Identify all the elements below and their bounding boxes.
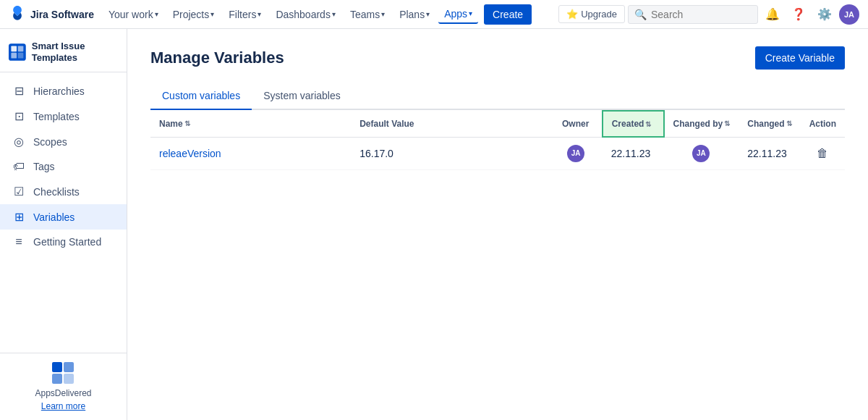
notifications-button[interactable]: 🔔	[761, 3, 784, 26]
variable-action-cell: 🗑	[801, 137, 845, 169]
table-row: releaeVersion 16.17.0 JA 22.11.23 JA	[150, 137, 845, 169]
jira-logo[interactable]: Jira Software	[9, 6, 94, 23]
nav-filters[interactable]: Filters ▾	[223, 6, 267, 23]
owner-avatar: JA	[567, 145, 584, 162]
templates-icon: ⊡	[12, 109, 26, 123]
sidebar-item-label: Variables	[33, 211, 75, 223]
sidebar-item-label: Tags	[33, 161, 55, 172]
svg-rect-7	[52, 374, 62, 384]
chevron-down-icon: ▾	[258, 10, 261, 18]
brand-name: Jira Software	[30, 9, 94, 20]
sidebar-nav: ⊟ Hierarchies ⊡ Templates ◎ Scopes 🏷 Tag…	[0, 72, 127, 353]
changedby-avatar: JA	[692, 145, 710, 162]
app-logo-icon	[9, 42, 26, 62]
page-title: Manage Variables	[150, 49, 284, 67]
jira-logo-icon	[9, 6, 26, 23]
chevron-down-icon: ▾	[332, 10, 336, 18]
sidebar-item-templates[interactable]: ⊡ Templates	[0, 104, 127, 129]
sidebar-footer: AppsDelivered Learn more	[0, 353, 127, 420]
search-bar[interactable]: 🔍	[628, 5, 758, 24]
variables-icon: ⊞	[12, 210, 26, 224]
sort-icon: ⇅	[645, 120, 651, 128]
svg-rect-5	[52, 362, 62, 372]
tab-system-variables[interactable]: System variables	[252, 84, 352, 110]
sort-icon: ⇅	[724, 119, 730, 127]
svg-rect-3	[11, 52, 17, 58]
table-header-row: Name ⇅ Default Value Owner Creat	[150, 111, 845, 137]
sidebar: Smart Issue Templates ⊟ Hierarchies ⊡ Te…	[0, 29, 127, 420]
scopes-icon: ◎	[12, 135, 26, 148]
nav-projects[interactable]: Projects ▾	[167, 6, 221, 23]
search-icon: 🔍	[634, 9, 647, 20]
bell-icon: 🔔	[765, 7, 780, 21]
apps-delivered-logo	[52, 362, 75, 385]
app-layout: Smart Issue Templates ⊟ Hierarchies ⊡ Te…	[0, 29, 868, 420]
sidebar-item-hierarchies[interactable]: ⊟ Hierarchies	[0, 78, 127, 104]
top-navigation: Jira Software Your work ▾ Projects ▾ Fil…	[0, 0, 868, 29]
svg-rect-0	[9, 43, 26, 61]
th-created[interactable]: Created ⇅	[603, 111, 664, 137]
variable-name-cell: releaeVersion	[150, 137, 351, 169]
svg-rect-4	[18, 52, 24, 58]
variable-changed-cell: 22.11.23	[739, 137, 800, 169]
th-default-value: Default Value	[351, 111, 550, 137]
upgrade-button[interactable]: ⭐ Upgrade	[558, 5, 625, 23]
sidebar-item-label: Hierarchies	[33, 85, 85, 97]
footer-brand: AppsDelivered	[35, 388, 91, 398]
variable-owner-cell: JA	[550, 137, 603, 169]
nav-plans[interactable]: Plans ▾	[393, 6, 435, 23]
create-variable-button[interactable]: Create Variable	[755, 46, 845, 70]
settings-button[interactable]: ⚙️	[813, 3, 836, 26]
tab-custom-variables[interactable]: Custom variables	[150, 84, 252, 110]
variables-table-wrap: Name ⇅ Default Value Owner Creat	[150, 110, 845, 170]
sidebar-item-scopes[interactable]: ◎ Scopes	[0, 129, 127, 154]
variable-name-link[interactable]: releaeVersion	[159, 148, 221, 159]
variable-default-value-cell: 16.17.0	[351, 137, 550, 169]
sidebar-item-label: Scopes	[33, 136, 67, 148]
svg-rect-2	[18, 46, 24, 51]
delete-button[interactable]: 🗑	[809, 147, 836, 160]
sidebar-app-title: Smart Issue Templates	[32, 41, 118, 63]
page-header: Manage Variables Create Variable	[150, 46, 845, 70]
nav-teams[interactable]: Teams ▾	[344, 6, 391, 23]
chevron-down-icon: ▾	[381, 10, 385, 18]
create-button[interactable]: Create	[484, 4, 532, 25]
sidebar-item-label: Getting Started	[33, 236, 101, 248]
getting-started-icon: ≡	[12, 235, 26, 248]
chevron-down-icon: ▾	[210, 10, 214, 18]
chevron-down-icon: ▾	[469, 9, 472, 17]
sidebar-item-tags[interactable]: 🏷 Tags	[0, 154, 127, 179]
sidebar-item-label: Checklists	[33, 186, 80, 198]
th-name[interactable]: Name ⇅	[150, 111, 351, 137]
svg-rect-8	[64, 374, 74, 384]
chevron-down-icon: ▾	[155, 10, 158, 18]
th-changed-by[interactable]: Changed by ⇅	[664, 111, 739, 137]
hierarchies-icon: ⊟	[12, 84, 26, 98]
variable-changedby-cell: JA	[664, 137, 739, 169]
variable-created-cell: 22.11.23	[603, 137, 664, 169]
checklists-icon: ☑	[12, 185, 26, 198]
chevron-down-icon: ▾	[426, 10, 430, 18]
nav-dashboards[interactable]: Dashboards ▾	[270, 6, 341, 23]
th-owner: Owner	[550, 111, 603, 137]
th-action: Action	[801, 111, 845, 137]
sidebar-header: Smart Issue Templates	[0, 29, 127, 72]
help-icon: ❓	[791, 7, 806, 21]
variables-table: Name ⇅ Default Value Owner Creat	[150, 110, 845, 170]
sidebar-item-variables[interactable]: ⊞ Variables	[0, 204, 127, 230]
nav-your-work[interactable]: Your work ▾	[103, 6, 164, 23]
th-changed[interactable]: Changed ⇅	[739, 111, 800, 137]
gear-icon: ⚙️	[817, 7, 832, 21]
learn-more-link[interactable]: Learn more	[41, 401, 85, 411]
sidebar-item-getting-started[interactable]: ≡ Getting Started	[0, 230, 127, 254]
search-input[interactable]	[651, 9, 738, 20]
main-content: Manage Variables Create Variable Custom …	[127, 29, 868, 420]
tags-icon: 🏷	[12, 160, 26, 173]
svg-rect-6	[64, 362, 74, 372]
nav-apps[interactable]: Apps ▾	[438, 5, 478, 24]
sidebar-item-checklists[interactable]: ☑ Checklists	[0, 179, 127, 204]
user-avatar[interactable]: JA	[839, 4, 859, 25]
help-button[interactable]: ❓	[787, 3, 810, 26]
svg-rect-1	[11, 46, 17, 51]
sort-icon: ⇅	[786, 119, 792, 127]
